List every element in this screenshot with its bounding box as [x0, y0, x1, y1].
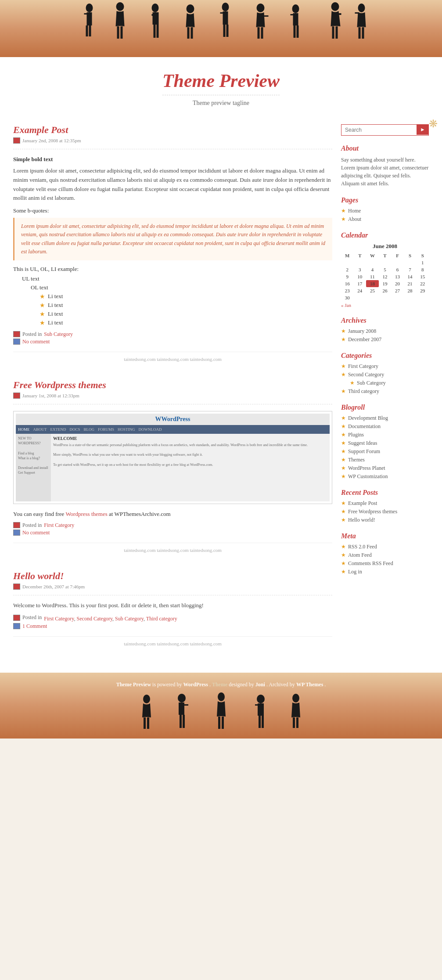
calendar-day[interactable]: 7 — [404, 266, 417, 273]
footer-theme-link[interactable]: Theme — [212, 681, 227, 688]
blogroll-link-4[interactable]: Support Forum — [348, 448, 380, 455]
recent-link-0[interactable]: Example Post — [348, 500, 377, 507]
svg-rect-43 — [179, 703, 184, 715]
cat-link-sub[interactable]: Sub Category — [115, 616, 144, 622]
category-link-wordpress[interactable]: First Category — [44, 522, 74, 529]
calendar-day[interactable]: 14 — [404, 273, 417, 280]
meta-link-0[interactable]: RSS 2.0 Feed — [348, 544, 377, 550]
footer-wp-link[interactable]: WordPress — [183, 681, 208, 688]
meta-link-1[interactable]: Atom Feed — [348, 552, 372, 558]
cal-prev-link[interactable]: « Jan — [341, 303, 351, 308]
page-link-about[interactable]: About — [348, 216, 361, 223]
calendar-day[interactable]: 3 — [354, 266, 367, 273]
search-button[interactable]: ► — [417, 124, 429, 135]
svg-rect-28 — [291, 14, 294, 15]
svg-rect-29 — [294, 25, 296, 38]
calendar-day[interactable]: 12 — [379, 273, 392, 280]
calendar-day[interactable]: 16 — [341, 280, 354, 287]
pages-item-home: ★Home — [341, 208, 429, 214]
calendar-day[interactable]: 11 — [366, 273, 379, 280]
calendar-row: 2345678 — [341, 266, 429, 273]
blogroll-link-1[interactable]: Documentation — [348, 423, 381, 430]
recent-link-2[interactable]: Hello world! — [348, 517, 375, 523]
footer-svg — [111, 690, 331, 730]
calendar-day[interactable]: 24 — [354, 287, 367, 294]
wp-link-text: You can easy find free Wordpress themes … — [13, 511, 332, 518]
cat-link-third-sidebar[interactable]: Third category — [348, 388, 379, 395]
blogroll-link-5[interactable]: Themes — [348, 457, 365, 463]
archive-link-jan[interactable]: January 2008 — [348, 328, 376, 335]
cat-link-second[interactable]: Second Category — [77, 616, 113, 622]
calendar-day[interactable]: 26 — [379, 287, 392, 294]
calendar-day[interactable]: 25 — [366, 287, 379, 294]
calendar-day[interactable]: 29 — [416, 287, 429, 294]
blogroll-link-0[interactable]: Development Blog — [348, 415, 388, 422]
calendar-day[interactable]: 18 — [366, 280, 379, 287]
archive-link-dec[interactable]: December 2007 — [348, 336, 381, 343]
calendar-day[interactable]: 2 — [341, 266, 354, 273]
svg-point-47 — [218, 692, 225, 701]
meta-link-3[interactable]: Log in — [348, 569, 362, 575]
blogroll-link-3[interactable]: Suggest Ideas — [348, 440, 377, 447]
cat-link-first[interactable]: First Category — [44, 616, 74, 622]
calendar-day[interactable]: 28 — [404, 287, 417, 294]
wordpress-themes-link[interactable]: Wordpress themes — [65, 511, 107, 517]
post-footer-wordpress: Posted in First Category No comment — [13, 522, 332, 536]
meta-link-2[interactable]: Comments RSS Feed — [348, 560, 393, 567]
calendar-day[interactable]: 30 — [341, 294, 354, 301]
svg-point-42 — [178, 694, 186, 703]
footer-wpthemes-link[interactable]: WP Themes — [296, 681, 323, 688]
calendar-day[interactable]: 19 — [379, 280, 392, 287]
cat-link-first-sidebar[interactable]: First Category — [348, 363, 378, 370]
comments-link-wordpress[interactable]: No comment — [22, 530, 50, 536]
cat-link-second-sidebar[interactable]: Second Category — [348, 371, 384, 378]
svg-rect-19 — [220, 12, 224, 14]
post-comments-line-2: No comment — [13, 530, 332, 536]
category-link-example[interactable]: Sub Category — [44, 331, 73, 338]
wp-screenshot: WWordPress HOME ABOUT EXTEND DOCS BLOG F… — [13, 411, 332, 504]
svg-point-6 — [116, 2, 124, 11]
calendar-day[interactable]: 6 — [391, 266, 404, 273]
page-link-home[interactable]: Home — [348, 208, 361, 214]
calendar-day[interactable]: 10 — [354, 273, 367, 280]
cat-link-sub-sidebar[interactable]: Sub Category — [357, 380, 386, 386]
calendar-day[interactable]: 1 — [416, 259, 429, 266]
calendar-row: 30 — [341, 294, 429, 301]
blogroll-item-3: ★Suggest Ideas — [341, 440, 429, 447]
cat-link-third[interactable]: Third category — [146, 616, 177, 622]
calendar-day[interactable]: 21 — [404, 280, 417, 287]
comments-link-example[interactable]: No comment — [22, 339, 50, 345]
calendar-day[interactable]: 22 — [416, 280, 429, 287]
calendar-day[interactable]: 4 — [366, 266, 379, 273]
calendar-day[interactable]: 20 — [391, 280, 404, 287]
calendar-day — [379, 259, 392, 266]
cal-day-s1: S — [404, 252, 417, 259]
blogroll-link-2[interactable]: Plugins — [348, 432, 364, 438]
footer-archived: . Archived by — [266, 681, 296, 688]
comments-link-hello[interactable]: 1 Comment — [22, 623, 47, 630]
calendar-day[interactable]: 23 — [341, 287, 354, 294]
svg-point-35 — [358, 4, 365, 12]
search-input[interactable] — [341, 124, 429, 136]
star-recent-2: ★ — [341, 517, 346, 523]
post-wordpress: Free Wordpress themes January 1st, 2008 … — [13, 379, 332, 553]
archive-jan-2008: ★January 2008 — [341, 328, 429, 335]
calendar-day[interactable]: 8 — [416, 266, 429, 273]
wp-nav-extend: EXTEND — [50, 427, 66, 432]
blogroll-link-7[interactable]: WP Customization — [348, 473, 388, 480]
calendar-day[interactable]: 5 — [379, 266, 392, 273]
cal-day-t2: T — [379, 252, 392, 259]
post-hello: Hello world! December 26th, 2007 at 7:46… — [13, 570, 332, 646]
recent-link-1[interactable]: Free Wordpress themes — [348, 508, 397, 515]
calendar-day[interactable]: 27 — [391, 287, 404, 294]
blogroll-link-6[interactable]: WordPress Planet — [348, 465, 385, 472]
footer-joni-link[interactable]: Joni — [255, 681, 265, 688]
calendar-day[interactable]: 17 — [354, 280, 367, 287]
star-about: ★ — [341, 216, 346, 223]
calendar-day[interactable]: 13 — [391, 273, 404, 280]
calendar-day[interactable]: 9 — [341, 273, 354, 280]
calendar-day[interactable]: 15 — [416, 273, 429, 280]
wp-link-suffix: at WPThemesArchive.com — [109, 511, 171, 517]
cal-day-w: W — [366, 252, 379, 259]
post-category-line-3: Posted in First Category, Second Categor… — [13, 613, 332, 622]
